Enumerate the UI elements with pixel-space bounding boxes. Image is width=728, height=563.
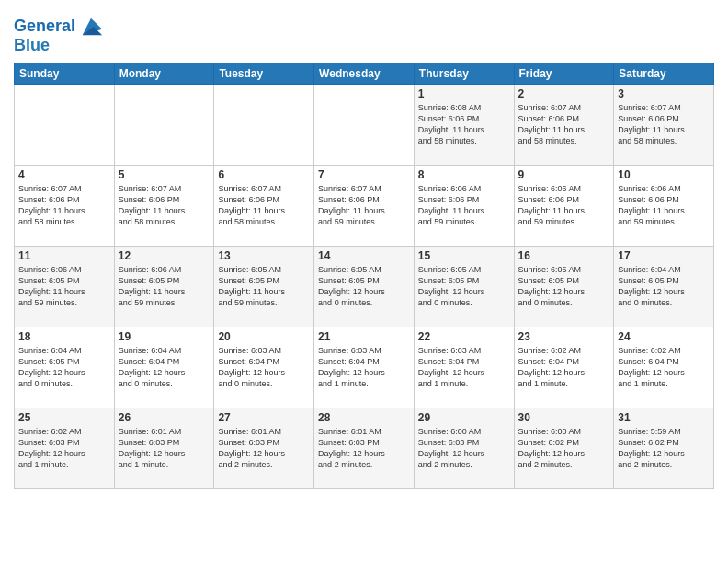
- day-number: 9: [518, 168, 610, 181]
- calendar-day-cell: 22Sunrise: 6:03 AMSunset: 6:04 PMDayligh…: [414, 327, 514, 408]
- page-header: General Blue: [14, 9, 714, 55]
- day-info-text: Sunrise: 6:06 AMSunset: 6:05 PMDaylight:…: [119, 264, 210, 309]
- calendar-week-row: 1Sunrise: 6:08 AMSunset: 6:06 PMDaylight…: [15, 85, 714, 166]
- day-info-text: Sunrise: 6:08 AMSunset: 6:06 PMDaylight:…: [418, 102, 510, 147]
- day-info-text: Sunrise: 6:06 AMSunset: 6:05 PMDaylight:…: [18, 264, 110, 309]
- calendar-day-cell: 28Sunrise: 6:01 AMSunset: 6:03 PMDayligh…: [314, 408, 415, 489]
- day-number: 11: [18, 249, 110, 262]
- calendar-day-cell: 11Sunrise: 6:06 AMSunset: 6:05 PMDayligh…: [15, 247, 115, 327]
- calendar-week-row: 4Sunrise: 6:07 AMSunset: 6:06 PMDaylight…: [15, 166, 714, 247]
- day-number: 30: [518, 411, 610, 424]
- calendar-week-row: 18Sunrise: 6:04 AMSunset: 6:05 PMDayligh…: [15, 327, 714, 408]
- day-info-text: Sunrise: 6:00 AMSunset: 6:02 PMDaylight:…: [518, 426, 610, 471]
- day-info-text: Sunrise: 6:05 AMSunset: 6:05 PMDaylight:…: [518, 264, 610, 309]
- day-number: 16: [518, 249, 610, 262]
- calendar-day-cell: 3Sunrise: 6:07 AMSunset: 6:06 PMDaylight…: [614, 85, 714, 166]
- day-number: 31: [618, 411, 710, 424]
- day-number: 15: [418, 249, 510, 262]
- day-number: 13: [218, 249, 310, 262]
- weekday-header-monday: Monday: [114, 63, 214, 85]
- calendar-table: SundayMondayTuesdayWednesdayThursdayFrid…: [14, 63, 714, 489]
- logo-icon: [78, 14, 104, 40]
- calendar-day-cell: 1Sunrise: 6:08 AMSunset: 6:06 PMDaylight…: [414, 85, 514, 166]
- day-number: 4: [18, 168, 110, 181]
- day-number: 20: [218, 330, 310, 343]
- calendar-day-cell: 19Sunrise: 6:04 AMSunset: 6:04 PMDayligh…: [114, 327, 214, 408]
- calendar-day-cell: 13Sunrise: 6:05 AMSunset: 6:05 PMDayligh…: [214, 247, 314, 327]
- calendar-day-cell: 23Sunrise: 6:02 AMSunset: 6:04 PMDayligh…: [514, 327, 614, 408]
- weekday-header-sunday: Sunday: [15, 63, 115, 85]
- day-number: 1: [418, 87, 510, 100]
- calendar-day-cell: 14Sunrise: 6:05 AMSunset: 6:05 PMDayligh…: [314, 247, 415, 327]
- calendar-day-cell: 31Sunrise: 5:59 AMSunset: 6:02 PMDayligh…: [614, 408, 714, 489]
- day-number: 19: [119, 330, 210, 343]
- day-info-text: Sunrise: 6:07 AMSunset: 6:06 PMDaylight:…: [518, 102, 610, 147]
- day-number: 6: [218, 168, 310, 181]
- calendar-day-cell: 9Sunrise: 6:06 AMSunset: 6:06 PMDaylight…: [514, 166, 614, 247]
- day-info-text: Sunrise: 6:02 AMSunset: 6:04 PMDaylight:…: [618, 345, 710, 390]
- calendar-day-cell: 2Sunrise: 6:07 AMSunset: 6:06 PMDaylight…: [514, 85, 614, 166]
- day-number: 17: [618, 249, 710, 262]
- calendar-day-cell: 8Sunrise: 6:06 AMSunset: 6:06 PMDaylight…: [414, 166, 514, 247]
- day-info-text: Sunrise: 6:07 AMSunset: 6:06 PMDaylight:…: [18, 183, 110, 228]
- day-info-text: Sunrise: 6:05 AMSunset: 6:05 PMDaylight:…: [318, 264, 410, 309]
- logo: General Blue: [14, 9, 104, 55]
- day-number: 21: [318, 330, 410, 343]
- calendar-day-cell: 10Sunrise: 6:06 AMSunset: 6:06 PMDayligh…: [614, 166, 714, 247]
- calendar-day-cell: 30Sunrise: 6:00 AMSunset: 6:02 PMDayligh…: [514, 408, 614, 489]
- calendar-day-cell: 20Sunrise: 6:03 AMSunset: 6:04 PMDayligh…: [214, 327, 314, 408]
- weekday-header-friday: Friday: [514, 63, 614, 85]
- day-info-text: Sunrise: 6:04 AMSunset: 6:04 PMDaylight:…: [119, 345, 210, 390]
- calendar-week-row: 25Sunrise: 6:02 AMSunset: 6:03 PMDayligh…: [15, 408, 714, 489]
- page-container: General Blue SundayMondayTuesdayWednesda…: [0, 0, 728, 499]
- calendar-empty-cell: [314, 85, 415, 166]
- calendar-day-cell: 25Sunrise: 6:02 AMSunset: 6:03 PMDayligh…: [15, 408, 115, 489]
- calendar-empty-cell: [214, 85, 314, 166]
- day-info-text: Sunrise: 6:06 AMSunset: 6:06 PMDaylight:…: [418, 183, 510, 228]
- calendar-day-cell: 15Sunrise: 6:05 AMSunset: 6:05 PMDayligh…: [414, 247, 514, 327]
- calendar-empty-cell: [114, 85, 214, 166]
- weekday-header-wednesday: Wednesday: [314, 63, 415, 85]
- day-info-text: Sunrise: 6:05 AMSunset: 6:05 PMDaylight:…: [218, 264, 310, 309]
- calendar-empty-cell: [15, 85, 115, 166]
- day-info-text: Sunrise: 6:04 AMSunset: 6:05 PMDaylight:…: [618, 264, 710, 309]
- day-number: 29: [418, 411, 510, 424]
- calendar-header-row: SundayMondayTuesdayWednesdayThursdayFrid…: [15, 63, 714, 85]
- calendar-day-cell: 24Sunrise: 6:02 AMSunset: 6:04 PMDayligh…: [614, 327, 714, 408]
- day-number: 22: [418, 330, 510, 343]
- day-number: 26: [119, 411, 210, 424]
- day-number: 7: [318, 168, 410, 181]
- day-info-text: Sunrise: 6:01 AMSunset: 6:03 PMDaylight:…: [218, 426, 310, 471]
- calendar-day-cell: 6Sunrise: 6:07 AMSunset: 6:06 PMDaylight…: [214, 166, 314, 247]
- day-info-text: Sunrise: 6:03 AMSunset: 6:04 PMDaylight:…: [318, 345, 410, 390]
- day-info-text: Sunrise: 6:01 AMSunset: 6:03 PMDaylight:…: [318, 426, 410, 471]
- day-info-text: Sunrise: 6:01 AMSunset: 6:03 PMDaylight:…: [119, 426, 210, 471]
- day-number: 12: [119, 249, 210, 262]
- calendar-day-cell: 7Sunrise: 6:07 AMSunset: 6:06 PMDaylight…: [314, 166, 415, 247]
- day-info-text: Sunrise: 6:07 AMSunset: 6:06 PMDaylight:…: [318, 183, 410, 228]
- day-number: 3: [618, 87, 710, 100]
- weekday-header-thursday: Thursday: [414, 63, 514, 85]
- calendar-day-cell: 18Sunrise: 6:04 AMSunset: 6:05 PMDayligh…: [15, 327, 115, 408]
- day-info-text: Sunrise: 6:02 AMSunset: 6:04 PMDaylight:…: [518, 345, 610, 390]
- calendar-day-cell: 21Sunrise: 6:03 AMSunset: 6:04 PMDayligh…: [314, 327, 415, 408]
- day-info-text: Sunrise: 6:06 AMSunset: 6:06 PMDaylight:…: [518, 183, 610, 228]
- day-info-text: Sunrise: 6:07 AMSunset: 6:06 PMDaylight:…: [119, 183, 210, 228]
- day-info-text: Sunrise: 6:07 AMSunset: 6:06 PMDaylight:…: [218, 183, 310, 228]
- day-number: 2: [518, 87, 610, 100]
- day-info-text: Sunrise: 6:06 AMSunset: 6:06 PMDaylight:…: [618, 183, 710, 228]
- weekday-header-saturday: Saturday: [614, 63, 714, 85]
- calendar-day-cell: 17Sunrise: 6:04 AMSunset: 6:05 PMDayligh…: [614, 247, 714, 327]
- calendar-day-cell: 4Sunrise: 6:07 AMSunset: 6:06 PMDaylight…: [15, 166, 115, 247]
- day-info-text: Sunrise: 6:03 AMSunset: 6:04 PMDaylight:…: [218, 345, 310, 390]
- day-info-text: Sunrise: 6:05 AMSunset: 6:05 PMDaylight:…: [418, 264, 510, 309]
- calendar-day-cell: 12Sunrise: 6:06 AMSunset: 6:05 PMDayligh…: [114, 247, 214, 327]
- calendar-week-row: 11Sunrise: 6:06 AMSunset: 6:05 PMDayligh…: [15, 247, 714, 327]
- day-number: 18: [18, 330, 110, 343]
- day-number: 27: [218, 411, 310, 424]
- day-number: 10: [618, 168, 710, 181]
- day-number: 23: [518, 330, 610, 343]
- day-info-text: Sunrise: 6:07 AMSunset: 6:06 PMDaylight:…: [618, 102, 710, 147]
- weekday-header-tuesday: Tuesday: [214, 63, 314, 85]
- calendar-day-cell: 29Sunrise: 6:00 AMSunset: 6:03 PMDayligh…: [414, 408, 514, 489]
